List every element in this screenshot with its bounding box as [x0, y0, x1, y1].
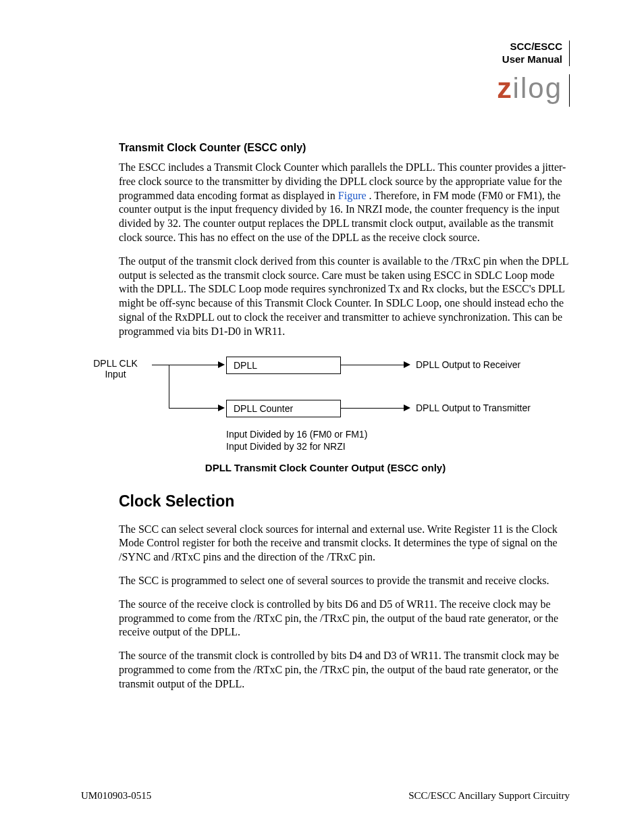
section-heading-clock-selection: Clock Selection: [119, 492, 570, 511]
section-heading-tx-counter: Transmit Clock Counter (ESCC only): [119, 142, 570, 154]
dpll-diagram: DPLL CLK Input DPLL DPLL Counter DPLL Ou…: [81, 355, 570, 450]
diagram-divisor-note: Input Divided by 16 (FM0 or FM1) Input D…: [226, 428, 367, 452]
footer-section: SCC/ESCC Ancillary Support Circuitry: [408, 790, 570, 802]
page-content: Transmit Clock Counter (ESCC only) The E…: [81, 142, 570, 692]
para-tx-counter-2: The output of the transmit clock derived…: [119, 255, 570, 339]
doc-title-line2: User Manual: [502, 53, 562, 65]
figure-caption: DPLL Transmit Clock Counter Output (ESCC…: [81, 462, 570, 473]
zilog-logo: zilog: [498, 74, 570, 107]
diagram-output-receiver: DPLL Output to Receiver: [416, 359, 520, 370]
arrow-icon: [218, 361, 225, 368]
diagram-output-transmitter: DPLL Output to Transmitter: [416, 402, 531, 413]
para-clock-sel-3: The source of the receive clock is contr…: [119, 598, 570, 640]
arrow-icon: [404, 405, 410, 411]
para-clock-sel-4: The source of the transmit clock is cont…: [119, 649, 570, 691]
diagram-line: [169, 365, 169, 408]
diagram-box-dpll: DPLL: [226, 357, 341, 374]
page-footer: UM010903-0515 SCC/ESCC Ancillary Support…: [81, 790, 570, 802]
footer-docnum: UM010903-0515: [81, 790, 151, 802]
diagram-box-dpll-counter: DPLL Counter: [226, 400, 341, 417]
arrow-icon: [218, 405, 225, 411]
para-tx-counter-1: The ESCC includes a Transmit Clock Count…: [119, 161, 570, 245]
diagram-input-label: DPLL CLK Input: [78, 358, 153, 381]
page-header: SCC/ESCC User Manual zilog: [498, 41, 570, 107]
diagram-line: [152, 365, 169, 365]
arrow-icon: [404, 361, 410, 368]
para-clock-sel-1: The SCC can select several clock sources…: [119, 523, 570, 565]
diagram-line: [169, 365, 219, 365]
doc-title: SCC/ESCC User Manual: [498, 41, 570, 66]
diagram-line: [341, 365, 405, 365]
doc-title-line1: SCC/ESCC: [510, 41, 562, 52]
diagram-line: [169, 408, 219, 409]
figure-link[interactable]: Figure: [338, 190, 369, 201]
diagram-line: [341, 408, 405, 409]
para-clock-sel-2: The SCC is programmed to select one of s…: [119, 574, 570, 588]
